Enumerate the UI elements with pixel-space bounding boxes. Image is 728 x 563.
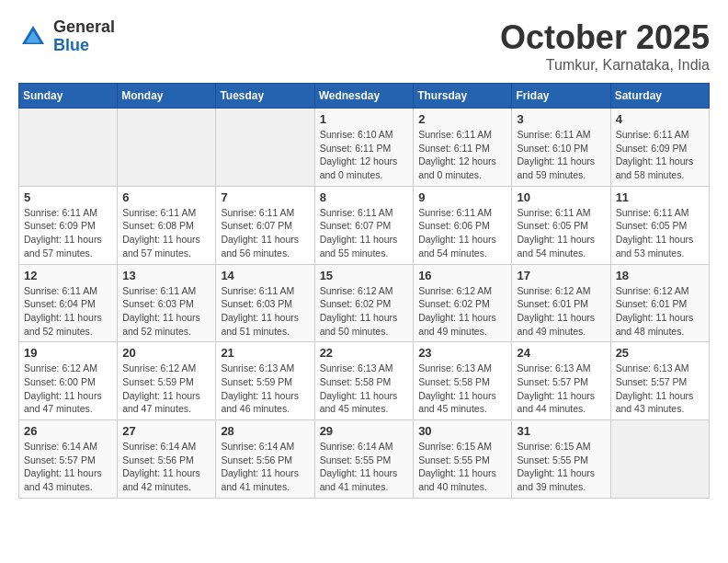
day-info: Sunrise: 6:14 AMSunset: 5:56 PMDaylight:… bbox=[221, 440, 309, 494]
day-number: 26 bbox=[24, 424, 112, 438]
logo-general: General bbox=[53, 17, 115, 36]
day-info: Sunrise: 6:12 AMSunset: 6:00 PMDaylight:… bbox=[24, 362, 112, 416]
day-number: 4 bbox=[616, 112, 704, 126]
day-info: Sunrise: 6:11 AMSunset: 6:04 PMDaylight:… bbox=[24, 284, 112, 339]
location: Tumkur, Karnataka, India bbox=[500, 57, 710, 74]
calendar-header: SundayMondayTuesdayWednesdayThursdayFrid… bbox=[19, 84, 710, 109]
day-header-monday: Monday bbox=[118, 84, 216, 109]
day-header-tuesday: Tuesday bbox=[216, 84, 314, 109]
day-info: Sunrise: 6:13 AMSunset: 5:58 PMDaylight:… bbox=[418, 362, 506, 416]
week-row-4: 26Sunrise: 6:14 AMSunset: 5:57 PMDayligh… bbox=[19, 420, 710, 499]
calendar-cell bbox=[19, 109, 118, 187]
day-number: 15 bbox=[320, 269, 409, 282]
calendar-cell: 31Sunrise: 6:15 AMSunset: 5:55 PMDayligh… bbox=[512, 420, 610, 499]
day-number: 18 bbox=[616, 269, 704, 282]
day-info: Sunrise: 6:11 AMSunset: 6:03 PMDaylight:… bbox=[122, 284, 210, 339]
calendar-cell: 14Sunrise: 6:11 AMSunset: 6:03 PMDayligh… bbox=[216, 264, 314, 342]
day-header-friday: Friday bbox=[512, 84, 610, 109]
calendar-cell: 29Sunrise: 6:14 AMSunset: 5:55 PMDayligh… bbox=[314, 420, 414, 499]
day-info: Sunrise: 6:14 AMSunset: 5:55 PMDaylight:… bbox=[320, 440, 409, 494]
logo: General Blue bbox=[18, 18, 115, 55]
calendar-cell: 17Sunrise: 6:12 AMSunset: 6:01 PMDayligh… bbox=[512, 264, 610, 342]
day-number: 28 bbox=[221, 424, 309, 438]
page-header: General Blue October 2025 Tumkur, Karnat… bbox=[18, 18, 710, 74]
day-info: Sunrise: 6:11 AMSunset: 6:05 PMDaylight:… bbox=[517, 206, 605, 260]
calendar-cell: 10Sunrise: 6:11 AMSunset: 6:05 PMDayligh… bbox=[512, 186, 610, 264]
day-number: 14 bbox=[221, 269, 309, 282]
day-info: Sunrise: 6:11 AMSunset: 6:03 PMDaylight:… bbox=[221, 284, 309, 339]
day-info: Sunrise: 6:11 AMSunset: 6:10 PMDaylight:… bbox=[517, 128, 605, 182]
day-info: Sunrise: 6:13 AMSunset: 5:57 PMDaylight:… bbox=[517, 362, 605, 416]
week-row-0: 1Sunrise: 6:10 AMSunset: 6:11 PMDaylight… bbox=[19, 109, 710, 187]
day-info: Sunrise: 6:11 AMSunset: 6:05 PMDaylight:… bbox=[616, 206, 704, 260]
day-info: Sunrise: 6:15 AMSunset: 5:55 PMDaylight:… bbox=[517, 440, 605, 494]
day-number: 5 bbox=[24, 190, 112, 204]
calendar-cell: 30Sunrise: 6:15 AMSunset: 5:55 PMDayligh… bbox=[414, 420, 512, 499]
day-number: 23 bbox=[418, 346, 506, 360]
day-number: 3 bbox=[517, 112, 605, 126]
day-info: Sunrise: 6:11 AMSunset: 6:09 PMDaylight:… bbox=[24, 206, 112, 260]
day-number: 22 bbox=[320, 346, 409, 360]
calendar-cell: 4Sunrise: 6:11 AMSunset: 6:09 PMDaylight… bbox=[610, 109, 709, 187]
calendar-cell: 27Sunrise: 6:14 AMSunset: 5:56 PMDayligh… bbox=[118, 420, 216, 499]
day-number: 16 bbox=[418, 269, 506, 282]
calendar-cell: 13Sunrise: 6:11 AMSunset: 6:03 PMDayligh… bbox=[118, 264, 216, 342]
calendar-cell: 21Sunrise: 6:13 AMSunset: 5:59 PMDayligh… bbox=[216, 342, 314, 420]
day-info: Sunrise: 6:13 AMSunset: 5:59 PMDaylight:… bbox=[221, 362, 309, 416]
day-info: Sunrise: 6:11 AMSunset: 6:07 PMDaylight:… bbox=[221, 206, 309, 260]
calendar-cell: 26Sunrise: 6:14 AMSunset: 5:57 PMDayligh… bbox=[19, 420, 118, 499]
day-info: Sunrise: 6:12 AMSunset: 6:01 PMDaylight:… bbox=[616, 284, 704, 339]
day-number: 21 bbox=[221, 346, 309, 360]
calendar-cell: 24Sunrise: 6:13 AMSunset: 5:57 PMDayligh… bbox=[512, 342, 610, 420]
day-number: 9 bbox=[418, 190, 506, 204]
header-row: SundayMondayTuesdayWednesdayThursdayFrid… bbox=[19, 84, 710, 109]
calendar-cell bbox=[118, 109, 216, 187]
month-title: October 2025 bbox=[500, 18, 710, 57]
day-number: 13 bbox=[122, 269, 210, 282]
calendar-body: 1Sunrise: 6:10 AMSunset: 6:11 PMDaylight… bbox=[19, 109, 710, 499]
day-number: 29 bbox=[320, 424, 409, 438]
day-info: Sunrise: 6:12 AMSunset: 6:02 PMDaylight:… bbox=[418, 284, 506, 339]
day-info: Sunrise: 6:14 AMSunset: 5:56 PMDaylight:… bbox=[122, 440, 210, 494]
day-number: 17 bbox=[517, 269, 605, 282]
day-number: 10 bbox=[517, 190, 605, 204]
calendar-cell: 18Sunrise: 6:12 AMSunset: 6:01 PMDayligh… bbox=[610, 264, 709, 342]
calendar-cell: 15Sunrise: 6:12 AMSunset: 6:02 PMDayligh… bbox=[314, 264, 414, 342]
calendar-cell: 8Sunrise: 6:11 AMSunset: 6:07 PMDaylight… bbox=[314, 186, 414, 264]
day-info: Sunrise: 6:14 AMSunset: 5:57 PMDaylight:… bbox=[24, 440, 112, 494]
calendar-cell: 9Sunrise: 6:11 AMSunset: 6:06 PMDaylight… bbox=[414, 186, 512, 264]
day-number: 6 bbox=[122, 190, 210, 204]
calendar-cell: 19Sunrise: 6:12 AMSunset: 6:00 PMDayligh… bbox=[19, 342, 118, 420]
day-number: 8 bbox=[320, 190, 409, 204]
calendar-cell: 3Sunrise: 6:11 AMSunset: 6:10 PMDaylight… bbox=[512, 109, 610, 187]
calendar-cell: 6Sunrise: 6:11 AMSunset: 6:08 PMDaylight… bbox=[118, 186, 216, 264]
day-number: 25 bbox=[616, 346, 704, 360]
logo-text: General Blue bbox=[53, 18, 115, 55]
calendar-cell: 16Sunrise: 6:12 AMSunset: 6:02 PMDayligh… bbox=[414, 264, 512, 342]
day-info: Sunrise: 6:15 AMSunset: 5:55 PMDaylight:… bbox=[418, 440, 506, 494]
calendar-cell: 11Sunrise: 6:11 AMSunset: 6:05 PMDayligh… bbox=[610, 186, 709, 264]
week-row-3: 19Sunrise: 6:12 AMSunset: 6:00 PMDayligh… bbox=[19, 342, 710, 420]
day-number: 2 bbox=[418, 112, 506, 126]
calendar-cell: 28Sunrise: 6:14 AMSunset: 5:56 PMDayligh… bbox=[216, 420, 314, 499]
calendar-cell: 22Sunrise: 6:13 AMSunset: 5:58 PMDayligh… bbox=[314, 342, 414, 420]
day-info: Sunrise: 6:13 AMSunset: 5:57 PMDaylight:… bbox=[616, 362, 704, 416]
day-info: Sunrise: 6:12 AMSunset: 6:01 PMDaylight:… bbox=[517, 284, 605, 339]
calendar-cell: 12Sunrise: 6:11 AMSunset: 6:04 PMDayligh… bbox=[19, 264, 118, 342]
day-info: Sunrise: 6:11 AMSunset: 6:06 PMDaylight:… bbox=[418, 206, 506, 260]
day-info: Sunrise: 6:11 AMSunset: 6:07 PMDaylight:… bbox=[320, 206, 409, 260]
day-info: Sunrise: 6:11 AMSunset: 6:11 PMDaylight:… bbox=[418, 128, 506, 182]
day-header-wednesday: Wednesday bbox=[314, 84, 414, 109]
day-header-saturday: Saturday bbox=[610, 84, 709, 109]
day-number: 12 bbox=[24, 269, 112, 282]
calendar-cell bbox=[216, 109, 314, 187]
day-info: Sunrise: 6:13 AMSunset: 5:58 PMDaylight:… bbox=[320, 362, 409, 416]
calendar-cell: 25Sunrise: 6:13 AMSunset: 5:57 PMDayligh… bbox=[610, 342, 709, 420]
day-info: Sunrise: 6:11 AMSunset: 6:08 PMDaylight:… bbox=[122, 206, 210, 260]
calendar-cell: 2Sunrise: 6:11 AMSunset: 6:11 PMDaylight… bbox=[414, 109, 512, 187]
week-row-2: 12Sunrise: 6:11 AMSunset: 6:04 PMDayligh… bbox=[19, 264, 710, 342]
logo-icon bbox=[18, 22, 48, 52]
calendar-cell: 20Sunrise: 6:12 AMSunset: 5:59 PMDayligh… bbox=[118, 342, 216, 420]
day-info: Sunrise: 6:11 AMSunset: 6:09 PMDaylight:… bbox=[616, 128, 704, 182]
day-info: Sunrise: 6:12 AMSunset: 6:02 PMDaylight:… bbox=[320, 284, 409, 339]
